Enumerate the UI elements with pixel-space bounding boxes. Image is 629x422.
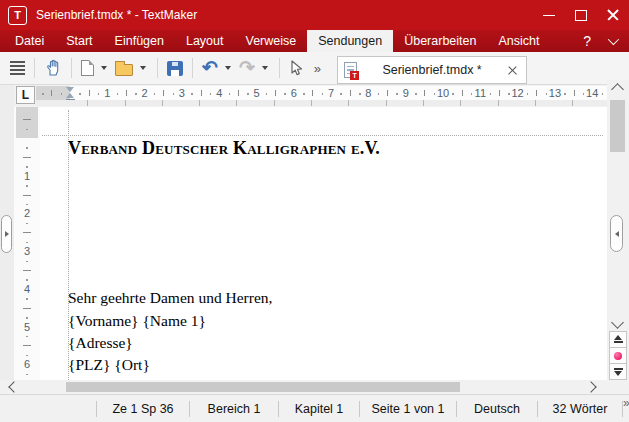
horizontal-scrollbar[interactable]: [0, 380, 607, 394]
ruler-number: 5: [24, 321, 30, 333]
ruler-tick: [536, 90, 537, 96]
scroll-up-icon[interactable]: [611, 83, 624, 96]
ruler-tick: [26, 223, 28, 225]
open-folder-icon: [115, 64, 133, 76]
minimize-button[interactable]: [533, 0, 565, 30]
ruler-tick: [471, 93, 473, 95]
undo-button[interactable]: ↶: [199, 55, 221, 81]
ruler-tick: [564, 93, 566, 95]
chevron-down-icon[interactable]: [608, 34, 619, 45]
ruler-number: 8: [365, 87, 371, 99]
ribbon-tab[interactable]: Überarbeiten: [393, 30, 487, 52]
horizontal-ruler[interactable]: 1234567891011121314: [36, 86, 610, 100]
ribbon-tab[interactable]: Layout: [175, 30, 235, 52]
ruler-number: 2: [24, 207, 30, 219]
horizontal-scrollbar-thumb[interactable]: [66, 382, 460, 392]
ruler-tick: [415, 93, 417, 95]
ruler-row: L 1234567891011121314: [0, 85, 629, 107]
ruler-number: 12: [511, 87, 523, 99]
ruler-tick: [574, 90, 575, 96]
status-language[interactable]: Deutsch: [456, 401, 537, 417]
ribbon-tab[interactable]: Datei: [4, 30, 55, 52]
redo-button[interactable]: ↷: [236, 55, 258, 81]
select-pointer-button[interactable]: [286, 55, 306, 81]
ribbon-tab[interactable]: Einfügen: [104, 30, 175, 52]
ruler-tick: [229, 93, 231, 95]
ruler-tick: [23, 195, 31, 196]
maximize-icon: [575, 10, 587, 21]
toolbar-overflow-button[interactable]: »: [314, 61, 321, 76]
ruler-tick: [23, 232, 31, 233]
ribbon-tab[interactable]: Verweise: [234, 30, 307, 52]
vertical-ruler[interactable]: 123456: [14, 107, 40, 380]
ruler-tick: [26, 147, 28, 149]
open-document-button[interactable]: [112, 55, 136, 81]
ruler-tick: [452, 93, 454, 95]
toolbar-separator: [34, 58, 35, 78]
ruler-tick: [154, 93, 156, 95]
ruler-tick: [163, 90, 164, 96]
scroll-left-icon[interactable]: [8, 381, 19, 392]
ribbon-tab[interactable]: Sendungen: [307, 30, 393, 52]
top-margin-block: [16, 107, 38, 138]
quick-access-toolbar: ↶ ↷ » T Serienbrief.tmdx *: [0, 52, 629, 85]
toolbar-separator: [279, 58, 280, 78]
undo-icon: ↶: [202, 59, 218, 77]
status-bar-overflow-button[interactable]: »: [623, 395, 629, 411]
undo-dropdown[interactable]: [225, 66, 231, 70]
ruler-number: 13: [549, 87, 561, 99]
vertical-scrollbar-thumb[interactable]: [610, 100, 625, 152]
help-button[interactable]: ?: [583, 33, 591, 49]
ruler-number: 5: [253, 87, 259, 99]
save-button[interactable]: [164, 55, 186, 81]
ruler-tick: [238, 90, 239, 96]
new-document-dropdown[interactable]: [101, 66, 107, 70]
salutation-line: Sehr geehrte Damen und Herren,: [68, 289, 272, 307]
ruler-tick: [303, 93, 305, 95]
left-sidebar-strip: [0, 85, 14, 394]
new-document-button[interactable]: [78, 55, 97, 81]
status-bar: Ze 1 Sp 36 Bereich 1 Kapitel 1 Seite 1 v…: [0, 394, 629, 422]
minimize-icon: [543, 15, 555, 16]
status-section[interactable]: Bereich 1: [189, 401, 278, 417]
document-heading: Verband Deutscher Kalligraphen e.V.: [68, 138, 380, 159]
status-word-count[interactable]: 32 Wörter: [537, 401, 623, 417]
ruler-tick: [26, 355, 28, 357]
close-button[interactable]: [597, 0, 629, 30]
redo-dropdown[interactable]: [262, 66, 268, 70]
scroll-right-icon[interactable]: [585, 381, 596, 392]
ruler-tick: [275, 90, 276, 96]
ruler-number: 4: [216, 87, 222, 99]
previous-page-button[interactable]: [609, 331, 627, 348]
scroll-down-icon[interactable]: [611, 316, 624, 329]
ribbon-tab[interactable]: Ansicht: [487, 30, 550, 52]
left-sidebar-expand-handle[interactable]: [1, 215, 12, 253]
status-chapter[interactable]: Kapitel 1: [278, 401, 359, 417]
ruler-tick: [23, 119, 31, 120]
status-page[interactable]: Seite 1 von 1: [359, 401, 456, 417]
document-tab-close-button[interactable]: [507, 65, 518, 76]
maximize-button[interactable]: [565, 0, 597, 30]
tab-stop-selector[interactable]: L: [16, 86, 35, 104]
pan-tool-button[interactable]: [41, 55, 65, 81]
browse-object-button[interactable]: [609, 347, 627, 364]
ribbon-tab[interactable]: Start: [55, 30, 103, 52]
document-tab[interactable]: T Serienbrief.tmdx *: [337, 56, 527, 84]
ruler-tick: [26, 317, 28, 319]
ruler-tick: [359, 93, 361, 95]
open-document-dropdown[interactable]: [140, 66, 146, 70]
save-floppy-icon: [167, 61, 183, 76]
right-sidebar-expand-handle[interactable]: [610, 215, 623, 252]
status-cursor-position[interactable]: Ze 1 Sp 36: [96, 401, 189, 417]
ruler-tick: [26, 261, 28, 263]
document-page[interactable]: Verband Deutscher Kalligraphen e.V. {Vor…: [40, 107, 607, 380]
ruler-tick: [387, 90, 388, 96]
ruler-tick: [396, 93, 398, 95]
next-page-button[interactable]: [609, 363, 627, 380]
main-menu-button[interactable]: [7, 55, 28, 81]
hamburger-icon: [10, 61, 25, 75]
window-title: Serienbrief.tmdx * - TextMaker: [36, 8, 197, 22]
vertical-scrollbar[interactable]: [607, 80, 629, 394]
ruler-number: 11: [475, 87, 486, 99]
ruler-tick: [98, 93, 100, 95]
